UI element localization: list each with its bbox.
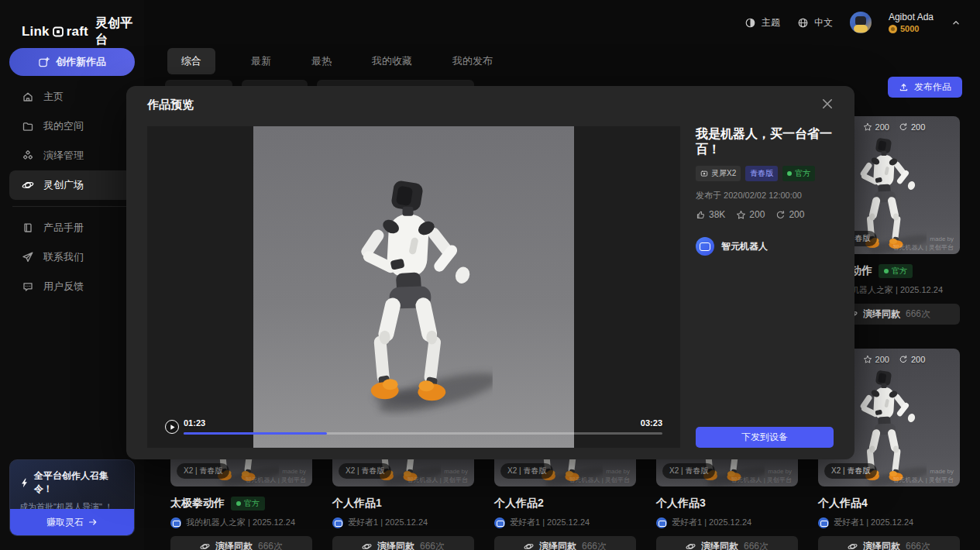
sidebar-item-label: 产品手册 [43,221,84,235]
create-icon [38,57,50,68]
feedback-icon [22,280,34,293]
create-new-work-button[interactable]: 创作新作品 [9,48,135,76]
planet-icon [22,179,34,191]
author-and-date: 爱好者1 | 2025.12.24 [348,517,428,528]
tab-我的发布[interactable]: 我的发布 [448,48,497,74]
author-avatar-icon [170,517,181,528]
remix-button[interactable]: 演绎同款666次 [494,536,636,550]
sidebar-item-label: 灵创广场 [43,178,84,192]
sidebar-item-label: 演绎管理 [43,149,84,163]
watermark: made by智元机器人 | 灵创平台 [892,235,954,252]
video-player[interactable]: 01:23 03:23 [147,126,680,448]
planet-icon [686,541,696,550]
remix-button[interactable]: 演绎同款666次 [818,536,960,550]
home-icon [22,91,34,103]
video-frame [253,126,574,448]
planet-icon [362,541,372,550]
tab-综合[interactable]: 综合 [167,48,215,74]
deploy-to-device-button[interactable]: 下发到设备 [696,427,834,448]
sidebar-item-feedback[interactable]: 用户反馈 [9,272,135,301]
send-icon [22,251,34,263]
remix-button[interactable]: 演绎同款666次 [332,536,474,550]
work-stats: 38K 200 200 [696,209,834,220]
card-title: 个人作品2 [494,497,544,510]
total-duration: 03:23 [641,418,662,428]
sidebar: Linkraft 灵创平台 创作新作品 主页我的空间演绎管理灵创广场产品手册联系… [0,0,144,550]
app-root: Linkraft 灵创平台 创作新作品 主页我的空间演绎管理灵创广场产品手册联系… [0,0,980,550]
sort-tabs: 综合最新最热我的收藏我的发布 [167,48,497,74]
progress-bar[interactable] [184,432,662,435]
brand-logo: Linkraft 灵创平台 [22,15,144,48]
tab-最热[interactable]: 最热 [307,48,336,74]
sidebar-item-home[interactable]: 主页 [9,82,135,112]
lightning-icon [19,478,29,488]
remix-button[interactable]: 演绎同款666次 [656,536,798,550]
card-title: 太极拳动作 [170,497,225,510]
sidebar-item-cubes[interactable]: 演绎管理 [9,141,135,170]
earn-gems-button[interactable]: 赚取灵石 [10,509,134,535]
robot-video-figure [317,171,499,418]
author-and-date: 我的机器人之家 | 2025.12.24 [186,517,295,528]
card-title-row: 个人作品1 [332,497,474,510]
watermark: made by智元机器人 | 灵创平台 [245,467,306,484]
play-button[interactable] [165,420,179,434]
current-time: 01:23 [184,418,205,428]
model-edition-badge: X2 | 青春版 [177,463,229,479]
official-badge: 官方 [879,264,913,278]
star-stat[interactable]: 200 [736,209,765,220]
official-tag: 官方 [782,166,815,181]
model-edition-badge: X2 | 青春版 [662,463,715,479]
work-preview-modal: 作品预览 01:23 03:23 我是机器人，买一台省一百！ 灵犀X2 青春版 [126,86,854,459]
publish-date: 发布于 2020/02/02 12:00:00 [696,190,834,201]
folder-icon [22,120,34,132]
progress-fill [184,432,327,435]
work-tags: 灵犀X2 青春版 官方 [696,166,834,181]
author-avatar-icon [332,517,343,528]
like-stat[interactable]: 38K [696,209,725,220]
tab-我的收藏[interactable]: 我的收藏 [367,48,417,74]
author-avatar-icon [818,517,829,528]
sidebar-item-send[interactable]: 联系我们 [9,242,135,272]
card-title: 个人作品4 [818,497,868,510]
model-edition-badge: X2 | 青春版 [339,463,391,479]
player-controls: 01:23 03:23 [147,417,680,442]
green-dot-icon [787,171,792,176]
star-stat: 200 [863,355,889,364]
tab-最新[interactable]: 最新 [246,48,276,74]
card-title-row: 个人作品4 [818,497,960,510]
work-author[interactable]: 智元机器人 [696,237,834,256]
card-title: 个人作品3 [656,497,706,510]
card-author: 我的机器人之家 | 2025.12.24 [170,517,312,528]
book-icon [22,222,34,234]
model-edition-badge: X2 | 青春版 [824,463,877,479]
close-icon[interactable] [822,97,836,111]
publish-work-button[interactable]: 发布作品 [888,77,962,98]
planet-icon [848,541,858,550]
watermark: made by智元机器人 | 灵创平台 [731,467,792,484]
model-tag: 灵犀X2 [696,166,741,181]
sidebar-item-book[interactable]: 产品手册 [9,213,135,242]
author-name: 智元机器人 [721,240,768,253]
author-avatar-icon [696,237,714,256]
sidebar-nav: 主页我的空间演绎管理灵创广场产品手册联系我们用户反馈 [9,82,135,301]
card-title-row: 太极拳动作 官方 [170,497,312,510]
star-stat: 200 [863,122,889,132]
green-dot-icon [884,269,889,273]
card-title-row: 个人作品3 [656,497,798,510]
promo-title-row: 全平台创作人召集令！ [10,460,134,496]
sidebar-item-label: 我的空间 [43,119,84,133]
sidebar-item-planet[interactable]: 灵创广场 [9,170,135,200]
card-author: 爱好者1 | 2025.12.24 [332,517,474,528]
sidebar-item-label: 主页 [43,90,64,104]
author-avatar-icon [494,517,505,528]
cubes-icon [22,150,34,162]
upload-icon [899,82,909,92]
author-avatar-icon [656,517,667,528]
card-title: 个人作品1 [332,497,382,510]
remix-button[interactable]: 演绎同款666次 [170,536,312,550]
sidebar-item-folder[interactable]: 我的空间 [9,112,135,141]
brand-c-icon [52,26,64,38]
share-stat: 200 [899,355,925,364]
brand-platform: 灵创平台 [95,15,144,48]
share-stat[interactable]: 200 [775,209,804,220]
